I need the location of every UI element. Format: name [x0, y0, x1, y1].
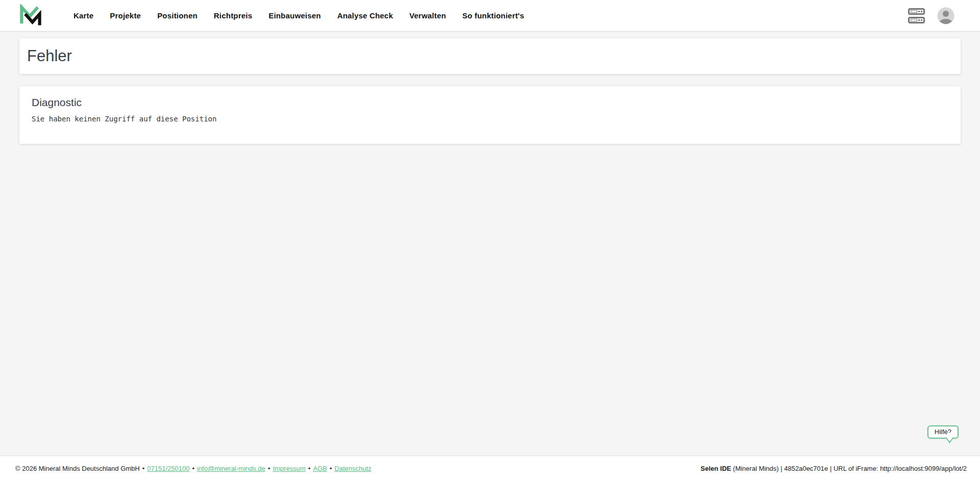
server-dot — [918, 19, 920, 21]
server-icon[interactable] — [908, 8, 925, 23]
email-link[interactable]: info@mineral-minds.de — [197, 465, 265, 472]
nav-item-einbauweisen[interactable]: Einbauweisen — [260, 6, 329, 25]
ide-name: Selen IDE — [700, 465, 731, 472]
footer: © 2026 Mineral Minds Deutschland GmbH • … — [0, 455, 980, 481]
diagnostic-message: Sie haben keinen Zugriff auf diese Posit… — [32, 115, 948, 123]
server-drawer-bottom — [908, 17, 925, 23]
phone-link[interactable]: 07151/250100 — [147, 465, 189, 472]
nav-item-verwalten[interactable]: Verwalten — [401, 6, 454, 25]
avatar-shoulders — [939, 19, 952, 24]
nav-item-analyse-check[interactable]: Analyse Check — [329, 6, 401, 25]
nav-item-projekte[interactable]: Projekte — [102, 6, 149, 25]
footer-separator: • — [142, 465, 145, 472]
error-title-card: Fehler — [19, 38, 961, 74]
server-drawer-top — [908, 8, 925, 15]
server-dot — [918, 11, 920, 12]
agb-link[interactable]: AGB — [313, 465, 327, 472]
diagnostic-title: Diagnostic — [32, 96, 948, 109]
copyright-text: © 2026 Mineral Minds Deutschland GmbH — [15, 465, 140, 472]
footer-right: Selen IDE (Mineral Minds) | 4852a0ec701e… — [700, 465, 967, 472]
top-navbar: Karte Projekte Positionen Richtpreis Ein… — [0, 0, 980, 32]
navbar-right-icons — [908, 7, 980, 24]
server-slot — [911, 19, 917, 21]
user-avatar-icon[interactable] — [937, 7, 954, 24]
nav-item-positionen[interactable]: Positionen — [149, 6, 206, 25]
page-title: Fehler — [27, 47, 72, 65]
content-area: Fehler Diagnostic Sie haben keinen Zugri… — [0, 32, 980, 455]
footer-separator: • — [192, 465, 194, 472]
server-dot — [921, 11, 922, 12]
datenschutz-link[interactable]: Datenschutz — [334, 465, 371, 472]
nav-item-karte[interactable]: Karte — [65, 6, 102, 25]
nav-item-richtpreis[interactable]: Richtpreis — [206, 6, 260, 25]
server-slot — [911, 10, 917, 13]
diagnostic-card: Diagnostic Sie haben keinen Zugriff auf … — [19, 86, 961, 144]
avatar-head — [943, 11, 949, 17]
impressum-link[interactable]: Impressum — [273, 465, 305, 472]
logo-mm-icon — [19, 4, 42, 28]
mineral-minds-logo[interactable] — [19, 4, 43, 28]
nav-item-so-funktionierts[interactable]: So funktioniert's — [454, 6, 532, 25]
help-button[interactable]: Hilfe? — [927, 425, 959, 439]
footer-separator: • — [308, 465, 311, 472]
main-nav: Karte Projekte Positionen Richtpreis Ein… — [65, 6, 532, 25]
help-button-label: Hilfe? — [935, 428, 951, 436]
server-dot — [921, 19, 922, 21]
footer-separator: • — [330, 465, 332, 472]
footer-left: © 2026 Mineral Minds Deutschland GmbH • … — [15, 465, 372, 472]
footer-separator: • — [268, 465, 271, 472]
ide-info: (Mineral Minds) | 4852a0ec701e | URL of … — [733, 465, 967, 472]
